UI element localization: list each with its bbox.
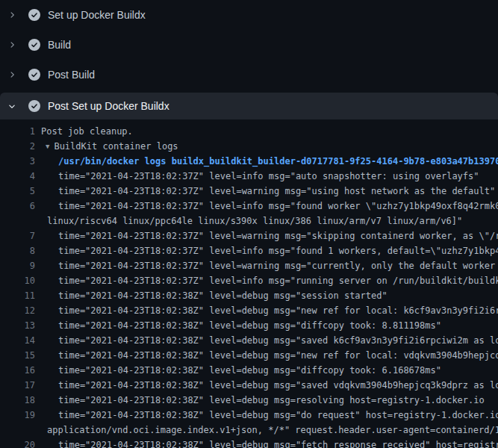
check-circle-icon: [28, 9, 40, 21]
log-line: 18 ▼time="2021-04-23T18:02:38Z" level=de…: [0, 393, 498, 408]
log-line: 12 ▼time="2021-04-23T18:02:38Z" level=de…: [0, 303, 498, 318]
step-title: Set up Docker Buildx: [48, 9, 146, 21]
log-group-toggle: 2 ▼BuildKit container logs: [0, 139, 498, 154]
log-line-text: ▼time="2021-04-23T18:02:37Z" level=info …: [35, 243, 498, 258]
step-title: Post Build: [48, 69, 95, 81]
log-line-text: ▼time="2021-04-23T18:02:38Z" level=debug…: [35, 303, 498, 318]
log-line: 10 ▼time="2021-04-23T18:02:37Z" level=in…: [0, 273, 498, 288]
log-line-text: ▼time="2021-04-23T18:02:38Z" level=debug…: [35, 318, 441, 333]
log-line-number[interactable]: 10: [0, 273, 35, 288]
log-line-number[interactable]: 9: [0, 258, 35, 273]
log-line-text: ▼time="2021-04-23T18:02:38Z" level=debug…: [35, 378, 498, 393]
log-line-text: ▼linux/riscv64 linux/ppc64le linux/s390x…: [35, 214, 462, 228]
log-line-number[interactable]: 11: [0, 288, 35, 303]
log-line-text: ▼/usr/bin/docker logs buildx_buildkit_bu…: [35, 154, 498, 169]
log-line: 20 ▼time="2021-04-23T18:02:38Z" level=de…: [0, 438, 498, 448]
log-line-number[interactable]: 20: [0, 438, 35, 448]
log-line-number[interactable]: 8: [0, 243, 35, 258]
log-line: 14 ▼time="2021-04-23T18:02:38Z" level=de…: [0, 333, 498, 348]
log-line-number[interactable]: 2: [0, 139, 35, 154]
step-header-build[interactable]: Build: [0, 30, 498, 60]
workflow-job-log-viewer: Set up Docker Buildx Build Post Buil: [0, 0, 498, 448]
log-line: 1 ▼Post job cleanup.: [0, 124, 498, 139]
log-line-text: ▼time="2021-04-23T18:02:38Z" level=debug…: [35, 393, 485, 408]
log-line-text[interactable]: ▼BuildKit container logs: [35, 139, 178, 154]
step-header-post-build[interactable]: Post Build: [0, 60, 498, 90]
check-circle-icon: [28, 39, 40, 51]
log-line-text: ▼time="2021-04-23T18:02:38Z" level=debug…: [35, 363, 441, 378]
job-steps-list: Set up Docker Buildx Build Post Buil: [0, 0, 498, 119]
step-header-set-up-docker-buildx[interactable]: Set up Docker Buildx: [0, 0, 498, 30]
log-line-number[interactable]: 17: [0, 378, 35, 393]
log-line-number[interactable]: 3: [0, 154, 35, 169]
check-circle-icon: [28, 100, 40, 112]
log-line: 9 ▼time="2021-04-23T18:02:37Z" level=war…: [0, 258, 498, 273]
log-line-text: ▼time="2021-04-23T18:02:37Z" level=warni…: [35, 184, 495, 199]
log-line-number[interactable]: 12: [0, 303, 35, 318]
log-line-number[interactable]: [0, 423, 35, 438]
step-title: Build: [48, 39, 71, 51]
log-line-text: ▼time="2021-04-23T18:02:37Z" level=info …: [35, 273, 498, 288]
log-line: 19 ▼time="2021-04-23T18:02:38Z" level=de…: [0, 408, 498, 423]
log-line-number[interactable]: 16: [0, 363, 35, 378]
log-line-text: ▼time="2021-04-23T18:02:38Z" level=debug…: [35, 288, 387, 303]
log-line-number[interactable]: 15: [0, 348, 35, 363]
step-log-output[interactable]: 1 ▼Post job cleanup. 2 ▼BuildKit contain…: [0, 119, 498, 448]
log-line: 4 ▼time="2021-04-23T18:02:37Z" level=inf…: [0, 169, 498, 184]
log-line: ▼application/vnd.oci.image.index.v1+json…: [0, 423, 498, 438]
log-line-text: ▼time="2021-04-23T18:02:38Z" level=debug…: [35, 348, 498, 363]
log-line-number[interactable]: 13: [0, 318, 35, 333]
log-line: 11 ▼time="2021-04-23T18:02:38Z" level=de…: [0, 288, 498, 303]
log-line-number[interactable]: 5: [0, 184, 35, 199]
log-line-number[interactable]: 18: [0, 393, 35, 408]
log-line: 16 ▼time="2021-04-23T18:02:38Z" level=de…: [0, 363, 498, 378]
triangle-down-icon: ▼: [46, 143, 49, 150]
step-header-post-set-up-docker-buildx[interactable]: Post Set up Docker Buildx: [0, 93, 498, 119]
log-line-number[interactable]: [0, 214, 35, 228]
log-line: 15 ▼time="2021-04-23T18:02:38Z" level=de…: [0, 348, 498, 363]
log-line-number[interactable]: 7: [0, 228, 35, 243]
log-line-number[interactable]: 6: [0, 199, 35, 214]
log-line-text: ▼time="2021-04-23T18:02:38Z" level=debug…: [35, 333, 498, 348]
log-line-text: ▼time="2021-04-23T18:02:38Z" level=debug…: [35, 438, 498, 448]
log-line-number[interactable]: 1: [0, 124, 35, 139]
log-line: 17 ▼time="2021-04-23T18:02:38Z" level=de…: [0, 378, 498, 393]
log-line-text: ▼application/vnd.oci.image.index.v1+json…: [35, 423, 498, 438]
chevron-right-icon: [7, 10, 16, 19]
chevron-right-icon: [7, 40, 16, 49]
log-line-text: ▼Post job cleanup.: [35, 124, 133, 139]
chevron-right-icon: [7, 70, 16, 79]
log-line: 6 ▼time="2021-04-23T18:02:37Z" level=inf…: [0, 199, 498, 214]
log-line-text: ▼time="2021-04-23T18:02:37Z" level=info …: [35, 199, 498, 214]
log-line: 13 ▼time="2021-04-23T18:02:38Z" level=de…: [0, 318, 498, 333]
log-line-text: ▼time="2021-04-23T18:02:38Z" level=debug…: [35, 408, 498, 423]
log-line-text: ▼time="2021-04-23T18:02:37Z" level=warni…: [35, 258, 498, 273]
log-line-number[interactable]: 4: [0, 169, 35, 184]
check-circle-icon: [28, 69, 40, 81]
log-line: 5 ▼time="2021-04-23T18:02:37Z" level=war…: [0, 184, 498, 199]
log-line: 7 ▼time="2021-04-23T18:02:37Z" level=war…: [0, 228, 498, 243]
chevron-down-icon: [7, 102, 16, 111]
log-line-text: ▼time="2021-04-23T18:02:37Z" level=warni…: [35, 228, 498, 243]
step-title: Post Set up Docker Buildx: [48, 100, 169, 112]
log-line-number[interactable]: 14: [0, 333, 35, 348]
log-command-line: 3 ▼/usr/bin/docker logs buildx_buildkit_…: [0, 154, 498, 169]
log-line-number[interactable]: 19: [0, 408, 35, 423]
log-line: ▼linux/riscv64 linux/ppc64le linux/s390x…: [0, 214, 498, 228]
log-line-text: ▼time="2021-04-23T18:02:37Z" level=info …: [35, 169, 479, 184]
log-line: 8 ▼time="2021-04-23T18:02:37Z" level=inf…: [0, 243, 498, 258]
